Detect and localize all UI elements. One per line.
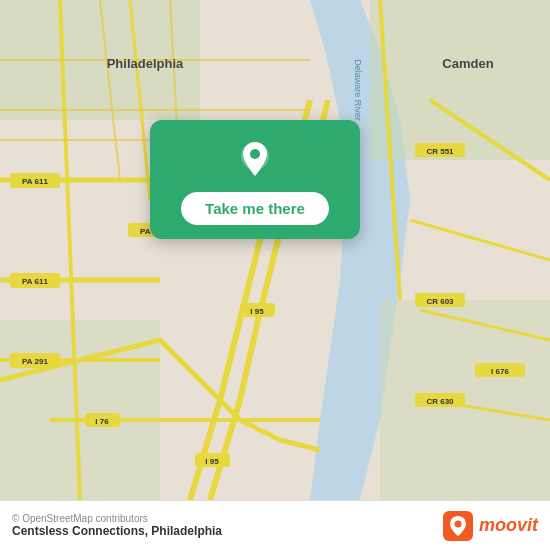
svg-point-50 [454, 520, 461, 527]
svg-text:PA 611: PA 611 [22, 177, 48, 186]
svg-text:Delaware River: Delaware River [353, 59, 363, 121]
svg-text:PA 611: PA 611 [22, 277, 48, 286]
location-card: Take me there [150, 120, 360, 239]
moovit-logo: moovit [443, 511, 538, 541]
moovit-icon [443, 511, 473, 541]
bottom-bar: © OpenStreetMap contributors Centsless C… [0, 500, 550, 550]
map-svg: PA 611 PA 611 PA 291 I 76 I 95 I 95 CR 5… [0, 0, 550, 500]
location-pin-icon [233, 138, 277, 182]
take-me-there-button[interactable]: Take me there [181, 192, 329, 225]
location-name: Centsless Connections, Philadelphia [12, 524, 222, 538]
map-container: PA 611 PA 611 PA 291 I 76 I 95 I 95 CR 5… [0, 0, 550, 500]
svg-point-48 [250, 149, 260, 159]
bottom-left-info: © OpenStreetMap contributors Centsless C… [12, 513, 222, 538]
svg-text:CR 603: CR 603 [426, 297, 454, 306]
svg-text:Camden: Camden [442, 56, 493, 71]
svg-text:PA 291: PA 291 [22, 357, 48, 366]
copyright-text: © OpenStreetMap contributors [12, 513, 222, 524]
moovit-brand-text: moovit [479, 515, 538, 536]
svg-text:Philadelphia: Philadelphia [107, 56, 184, 71]
svg-text:CR 630: CR 630 [426, 397, 454, 406]
svg-text:CR 551: CR 551 [426, 147, 454, 156]
svg-text:I 676: I 676 [491, 367, 509, 376]
svg-text:I 95: I 95 [250, 307, 264, 316]
svg-text:I 76: I 76 [95, 417, 109, 426]
svg-rect-4 [370, 0, 550, 160]
svg-text:I 95: I 95 [205, 457, 219, 466]
